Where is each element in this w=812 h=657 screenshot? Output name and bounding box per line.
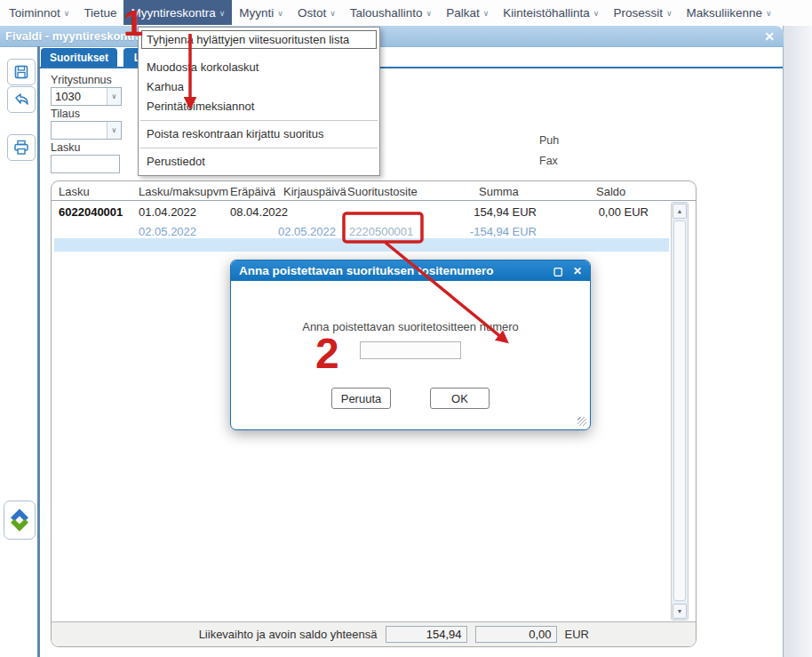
tab-suoritukset[interactable]: Suoritukset <box>41 48 117 68</box>
menu-item-poista-suoritus[interactable]: Poista reskontraan kirjattu suoritus <box>140 124 378 144</box>
menu-maksuliikenne[interactable]: Maksuliikenne ∨ <box>680 0 779 25</box>
menu-label: Kiinteistöhallinta <box>503 6 590 20</box>
save-icon <box>13 64 29 80</box>
sidebar-divider <box>37 46 40 657</box>
scrollbar-thumb[interactable] <box>673 220 686 601</box>
cell-maksupvm: 02.05.2022 <box>139 225 227 238</box>
page-background <box>784 26 812 657</box>
menu-label: Myynti <box>239 6 274 20</box>
scroll-down-icon[interactable]: ▼ <box>673 604 687 619</box>
selected-row-highlight[interactable] <box>54 238 669 252</box>
tosite-number-input[interactable] <box>360 341 461 359</box>
yritystunnus-combo: ∨ <box>51 87 122 106</box>
menu-myyntireskontra[interactable]: Myyntireskontra ∨ <box>123 0 232 25</box>
col-header-summa: Summa <box>479 185 519 198</box>
window-titlebar: Fivaldi - myyntireskontra ✕ <box>0 26 784 47</box>
lasku-label: Lasku <box>51 141 80 154</box>
ok-button[interactable]: OK <box>430 388 490 409</box>
menu-label: Prosessit <box>613 6 663 20</box>
col-header-kirjauspaiva: Kirjauspäivä <box>283 185 346 198</box>
menu-item-muodosta-korkolaskut[interactable]: Muodosta korkolaskut <box>140 58 378 77</box>
col-header-suoritustosite: Suoritustosite <box>347 185 418 198</box>
cell-summa: 154,94 EUR <box>425 205 537 219</box>
yritystunnus-input[interactable] <box>52 88 107 105</box>
dialog-titlebar[interactable]: Anna poistettavan suorituksen tositenume… <box>231 260 590 281</box>
tilaus-label: Tilaus <box>51 108 80 120</box>
menu-separator <box>140 148 378 148</box>
menu-palkat[interactable]: Palkat ∨ <box>439 0 496 25</box>
close-icon[interactable]: ✕ <box>573 265 582 277</box>
chevron-down-icon: ∨ <box>64 9 70 18</box>
menu-kiinteistohallinta[interactable]: Kiinteistöhallinta ∨ <box>496 0 606 25</box>
tilaus-input[interactable] <box>52 122 107 139</box>
table-scrollbar[interactable]: ▲ ▼ <box>671 202 689 621</box>
turnover-total-field <box>386 626 467 643</box>
currency-label: EUR <box>565 628 589 641</box>
menu-item-perustiedot[interactable]: Perustiedot <box>140 152 378 172</box>
menu-prosessit[interactable]: Prosessit ∨ <box>606 0 679 25</box>
col-header-lasku-maksupvm: Lasku/maksupvm <box>139 185 228 198</box>
undo-arrow-icon <box>12 92 30 107</box>
col-header-saldo: Saldo <box>596 185 625 198</box>
totals-label: Liikevaihto ja avoin saldo yhteensä <box>199 628 378 641</box>
chevron-down-icon: ∨ <box>593 9 600 18</box>
cell-summa: -154,94 EUR <box>425 225 537 238</box>
scroll-up-icon[interactable]: ▲ <box>673 204 687 219</box>
chevron-down-icon: ∨ <box>426 9 433 18</box>
chevron-down-icon: ∨ <box>219 9 226 18</box>
yritystunnus-label: Yritystunnus <box>51 74 112 86</box>
cell-lasku: 6022040001 <box>59 205 135 219</box>
cancel-button[interactable]: Peruuta <box>331 388 391 409</box>
main-menu-bar: Toiminnot ∨ Tietue Myyntireskontra ∨ Myy… <box>0 0 812 25</box>
header-divider <box>52 200 697 201</box>
save-button[interactable] <box>7 59 36 85</box>
delete-payment-dialog: Anna poistettavan suorituksen tositenume… <box>230 260 591 430</box>
menu-item-tyhjenna[interactable]: Tyhjennä hylättyjen viitesuoritusten lis… <box>141 30 377 49</box>
menu-ostot[interactable]: Ostot ∨ <box>291 0 343 25</box>
fivaldi-logo-button[interactable] <box>4 501 36 540</box>
menu-separator <box>140 120 378 121</box>
dialog-prompt: Anna poistettavan suoritetositteen numer… <box>231 320 590 333</box>
fivaldi-app: Toiminnot ∨ Tietue Myyntireskontra ∨ Myy… <box>0 0 812 657</box>
menu-label: Myyntireskontra <box>131 6 215 20</box>
fivaldi-logo-icon <box>8 509 31 532</box>
tilaus-combo: ∨ <box>51 121 122 140</box>
menu-label: Toiminnot <box>9 6 60 20</box>
chevron-down-icon[interactable]: ∨ <box>107 122 121 139</box>
menu-taloushallinto[interactable]: Taloushallinto ∨ <box>343 0 439 25</box>
cell-suoritustosite[interactable]: 2220500001 <box>349 225 431 238</box>
panel-footer: Liikevaihto ja avoin saldo yhteensä EUR <box>52 621 696 646</box>
chevron-down-icon: ∨ <box>666 9 673 18</box>
menu-item-karhua[interactable]: Karhua <box>140 77 378 97</box>
menu-myynti[interactable]: Myynti ∨ <box>232 0 291 25</box>
tab-label: Suoritukset <box>50 52 108 64</box>
printer-icon <box>13 140 29 156</box>
menu-item-perintatoimeksiannot[interactable]: Perintätoimeksiannot <box>140 97 378 116</box>
print-button[interactable] <box>7 134 36 161</box>
menu-label: Tietue <box>84 6 116 20</box>
col-header-erapaiva: Eräpäivä <box>230 185 275 198</box>
menu-label: Maksuliikenne <box>687 6 763 20</box>
table-row-invoice[interactable]: 6022040001 01.04.2022 08.04.2022 154,94 … <box>52 205 673 221</box>
chevron-down-icon: ∨ <box>330 9 336 18</box>
myyntireskontra-dropdown-menu: Tyhjennä hylättyjen viitesuoritusten lis… <box>138 27 380 176</box>
window-title: Fivaldi - myyntireskontra <box>5 29 142 43</box>
puh-label: Puh <box>539 134 559 147</box>
lasku-input[interactable] <box>51 155 120 173</box>
maximize-icon[interactable]: ▢ <box>553 265 563 277</box>
dialog-title: Anna poistettavan suorituksen tositenume… <box>239 264 494 277</box>
cell-kirjauspaiva: 02.05.2022 <box>265 225 336 238</box>
chevron-down-icon: ∨ <box>766 9 772 18</box>
menu-toiminnot[interactable]: Toiminnot ∨ <box>2 0 76 25</box>
undo-button[interactable] <box>7 86 36 113</box>
resize-handle[interactable] <box>577 417 586 426</box>
cell-erapaiva: 08.04.2022 <box>230 205 283 219</box>
chevron-down-icon[interactable]: ∨ <box>107 88 121 105</box>
chevron-down-icon: ∨ <box>277 9 283 18</box>
window-edge <box>783 26 784 657</box>
close-icon[interactable]: ✕ <box>764 29 775 44</box>
chevron-down-icon: ∨ <box>483 9 490 18</box>
menu-tietue[interactable]: Tietue <box>76 0 123 25</box>
fax-label: Fax <box>539 155 558 167</box>
menu-label: Palkat <box>446 6 480 20</box>
